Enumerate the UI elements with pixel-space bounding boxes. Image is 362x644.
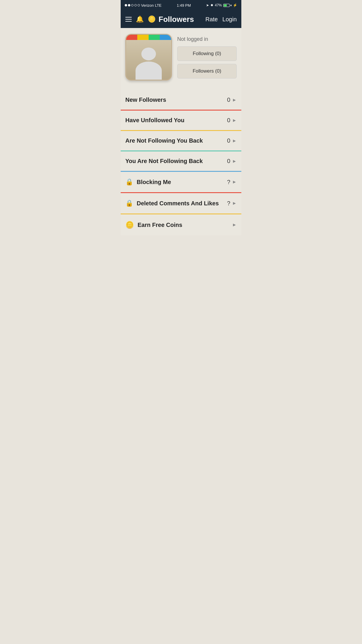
list-item[interactable]: 🔒 Blocking Me ? ► [121,172,241,192]
chevron-icon: ► [232,179,237,185]
earn-left: 🪙 Earn Free Coins [125,221,182,229]
menu-item-left: You Are Not Following Back [125,158,203,164]
menu-item-left: Have Unfollowed You [125,117,184,124]
list-item[interactable]: Have Unfollowed You 0 ► [121,111,241,130]
signal-dot-3 [131,4,133,6]
chevron-icon: ► [232,222,237,228]
menu-label-deleted: Deleted Comments And Likes [137,200,219,207]
menu-label-blocking: Blocking Me [137,179,171,186]
status-right: ➤ ✸ 47% ⚡ [206,3,237,7]
earn-coin-icon: 🪙 [125,221,134,229]
network-label: LTE [155,3,161,8]
chevron-icon: ► [232,97,237,103]
count-deleted: ? [227,200,230,207]
menu-item-left: 🔒 Deleted Comments And Likes [125,200,219,207]
lock-icon: 🔒 [125,178,133,186]
hamburger-icon[interactable] [125,17,132,22]
chevron-icon: ► [232,201,237,206]
list-item[interactable]: Are Not Following You Back 0 ► [121,131,241,150]
count-you-not-following: 0 [227,158,230,164]
battery-body [223,4,230,7]
lock-icon: 🔒 [125,200,133,207]
rate-button[interactable]: Rate [205,16,218,23]
list-item[interactable]: You Are Not Following Back 0 ► [121,151,241,171]
menu-label-not-following-back: Are Not Following You Back [125,137,203,144]
list-item[interactable]: New Followers 0 ► [121,90,241,110]
nav-bar: 🔔 🪙 Followers Rate Login [121,10,241,28]
avatar-person [134,42,163,80]
status-left: Verizon LTE [125,3,161,8]
menu-right-you-not-following: 0 ► [227,158,237,164]
profile-info: Not logged in Following (0) Followers (0… [177,34,237,81]
signal-dot-2 [128,4,130,6]
avatar-body [136,62,162,80]
battery-tip [231,5,231,6]
carrier-label: Verizon [141,3,154,8]
list-item[interactable]: 🔒 Deleted Comments And Likes ? ► [121,193,241,214]
menu-right-not-following-back: 0 ► [227,137,237,144]
menu-label-new-followers: New Followers [125,97,166,103]
menu-right-deleted: ? ► [227,200,237,207]
signal-dot-5 [138,4,140,6]
count-new-followers: 0 [227,97,230,103]
earn-label: Earn Free Coins [138,222,182,228]
chevron-icon: ► [232,118,237,123]
signal-dot-4 [134,4,137,6]
avatar-frame [125,34,172,80]
battery-percent: 47% [215,3,222,7]
menu-item-left: 🔒 Blocking Me [125,178,171,186]
location-icon: ➤ [206,3,209,7]
menu-right-unfollowed: 0 ► [227,117,237,124]
menu-right-blocking: ? ► [227,179,237,186]
signal-dots [125,4,140,6]
profile-section: Not logged in Following (0) Followers (0… [121,28,241,90]
menu-list: New Followers 0 ► Have Unfollowed You 0 … [121,90,241,235]
not-logged-in-text: Not logged in [177,36,237,42]
login-button[interactable]: Login [222,16,237,23]
nav-right: Rate Login [205,16,237,23]
time-label: 1:49 PM [177,3,191,8]
battery-indicator [223,4,231,7]
followers-button[interactable]: Followers (0) [177,64,237,78]
status-bar: Verizon LTE 1:49 PM ➤ ✸ 47% ⚡ [121,0,241,10]
chevron-icon: ► [232,159,237,164]
coin-nav-icon[interactable]: 🪙 [148,15,156,23]
earn-free-coins-item[interactable]: 🪙 Earn Free Coins ► [121,214,241,235]
menu-item-left: New Followers [125,97,166,103]
menu-item-left: Are Not Following You Back [125,137,203,144]
nav-left: 🔔 🪙 [125,15,156,23]
bluetooth-icon: ✸ [210,3,213,7]
menu-label-unfollowed: Have Unfollowed You [125,117,184,124]
charging-icon: ⚡ [233,3,237,7]
menu-right-new-followers: 0 ► [227,97,237,103]
following-button[interactable]: Following (0) [177,46,237,61]
chevron-icon: ► [232,138,237,144]
battery-fill [224,4,227,6]
count-not-following-back: 0 [227,137,230,144]
menu-label-you-not-following: You Are Not Following Back [125,158,203,164]
page-title: Followers [159,15,203,24]
bell-icon[interactable]: 🔔 [136,15,144,23]
signal-dot-1 [125,4,127,6]
count-unfollowed: 0 [227,117,230,124]
count-blocking: ? [227,179,230,186]
avatar-head [141,48,156,60]
